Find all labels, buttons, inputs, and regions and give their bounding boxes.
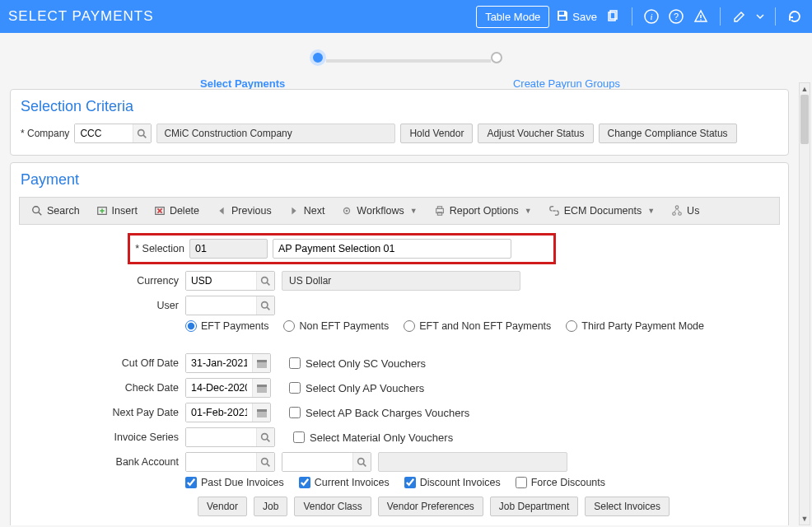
checkdate-field[interactable] xyxy=(186,379,252,397)
save-icon xyxy=(556,9,569,25)
invoice-series-lookup xyxy=(185,427,275,447)
edit-icon[interactable] xyxy=(730,7,749,26)
selection-label: Selection xyxy=(135,243,184,254)
search-icon[interactable] xyxy=(256,296,274,315)
svg-point-10 xyxy=(138,129,144,135)
selection-code-input[interactable] xyxy=(189,239,268,259)
tree-icon xyxy=(671,205,683,217)
arrow-right-icon xyxy=(288,205,300,217)
report-options-button[interactable]: Report Options▼ xyxy=(427,202,539,220)
previous-button[interactable]: Previous xyxy=(209,202,278,220)
step-dot-inactive[interactable] xyxy=(491,52,502,63)
check-discount[interactable]: Discount Invoices xyxy=(404,477,501,488)
radio-non-eft[interactable]: Non EFT Payments xyxy=(283,320,389,332)
scroll-thumb[interactable] xyxy=(800,95,809,144)
search-button[interactable]: Search xyxy=(25,202,86,220)
search-icon[interactable] xyxy=(256,272,274,290)
duplicate-icon[interactable] xyxy=(604,7,622,26)
page-title: SELECT PAYMENTS xyxy=(8,8,476,25)
adjust-voucher-button[interactable]: Adjust Voucher Status xyxy=(478,124,593,143)
svg-rect-35 xyxy=(257,360,267,362)
nextpay-field[interactable] xyxy=(186,403,252,422)
search-icon[interactable] xyxy=(352,453,371,471)
check-past-due[interactable]: Past Due Invoices xyxy=(185,477,284,488)
currency-lookup xyxy=(185,271,275,291)
invoice-series-input[interactable] xyxy=(186,428,256,446)
select-invoices-button[interactable]: Select Invoices xyxy=(585,497,670,516)
check-material-only[interactable]: Select Material Only Vouchers xyxy=(293,431,453,444)
vendor-prefs-button[interactable]: Vendor Preferences xyxy=(378,497,483,516)
payment-panel: Payment Search Insert Delete Previous Ne… xyxy=(10,162,789,525)
insert-button[interactable]: Insert xyxy=(90,202,144,220)
vendor-class-button[interactable]: Vendor Class xyxy=(294,497,371,516)
svg-text:i: i xyxy=(650,12,652,21)
svg-line-43 xyxy=(267,464,269,466)
search-icon[interactable] xyxy=(256,428,274,446)
user-input[interactable] xyxy=(186,296,256,315)
currency-label: Currency xyxy=(21,275,185,287)
user-ext-button[interactable]: Us xyxy=(665,202,706,220)
currency-code-input[interactable] xyxy=(186,272,256,290)
svg-point-32 xyxy=(262,301,268,307)
company-code-input[interactable] xyxy=(75,124,133,142)
svg-point-25 xyxy=(675,206,679,209)
svg-point-26 xyxy=(673,212,676,216)
refresh-icon[interactable] xyxy=(786,7,804,26)
currency-name-display: US Dollar xyxy=(282,271,520,291)
selection-desc-input[interactable] xyxy=(273,239,511,259)
selection-highlight: Selection xyxy=(128,233,556,264)
calendar-icon[interactable] xyxy=(252,354,270,372)
table-mode-button[interactable]: Table Mode xyxy=(476,6,549,28)
info-icon[interactable]: i xyxy=(642,7,660,26)
company-lookup xyxy=(74,124,152,143)
svg-text:?: ? xyxy=(674,12,679,21)
calendar-icon[interactable] xyxy=(252,379,270,397)
calendar-icon[interactable] xyxy=(252,403,270,422)
next-button[interactable]: Next xyxy=(282,202,332,220)
scroll-up-arrow[interactable]: ▲ xyxy=(800,83,810,95)
search-icon xyxy=(31,205,43,217)
cutoff-label: Cut Off Date xyxy=(21,357,185,369)
hold-vendor-button[interactable]: Hold Vendor xyxy=(400,124,473,143)
vertical-scrollbar[interactable]: ▲ ▼ xyxy=(799,82,810,525)
check-ap-vouchers[interactable]: Select Only AP Vouchers xyxy=(289,382,424,394)
chevron-down-icon: ▼ xyxy=(647,207,655,215)
bank-account-input-2[interactable] xyxy=(282,453,352,471)
chevron-down-icon[interactable] xyxy=(755,7,765,26)
divider xyxy=(720,7,721,26)
radio-third-party[interactable]: Third Party Payment Mode xyxy=(566,320,704,332)
svg-point-12 xyxy=(33,207,40,213)
scroll-down-arrow[interactable]: ▼ xyxy=(800,513,810,525)
radio-both[interactable]: EFT and Non EFT Payments xyxy=(404,320,551,332)
save-button[interactable]: Save xyxy=(556,9,597,25)
job-button[interactable]: Job xyxy=(254,497,287,516)
change-compliance-button[interactable]: Change Compliance Status xyxy=(599,124,737,143)
invoice-check-row: Past Due Invoices Current Invoices Disco… xyxy=(185,477,778,488)
step-dot-active[interactable] xyxy=(310,49,326,66)
vendor-button[interactable]: Vendor xyxy=(198,497,247,516)
check-current[interactable]: Current Invoices xyxy=(299,477,390,488)
search-icon[interactable] xyxy=(256,453,274,471)
step-connector xyxy=(326,59,491,63)
check-sc-vouchers[interactable]: Select Only SC Vouchers xyxy=(289,357,426,370)
delete-button[interactable]: Delete xyxy=(147,202,206,220)
ecm-documents-button[interactable]: ECM Documents▼ xyxy=(542,202,661,220)
svg-line-13 xyxy=(39,212,42,216)
bank-account-input-1[interactable] xyxy=(186,453,256,471)
workflows-button[interactable]: Workflows▼ xyxy=(334,202,423,220)
search-icon[interactable] xyxy=(133,124,151,142)
job-dept-button[interactable]: Job Department xyxy=(490,497,578,516)
nextpay-input xyxy=(185,403,271,422)
cutoff-date-field[interactable] xyxy=(186,354,252,372)
link-icon xyxy=(548,205,560,217)
company-label: Company xyxy=(21,128,69,139)
delete-icon xyxy=(154,205,166,217)
bank-account-label: Bank Account xyxy=(21,456,185,468)
svg-rect-0 xyxy=(559,12,564,15)
check-force-discounts[interactable]: Force Discounts xyxy=(516,477,605,488)
check-back-charges[interactable]: Select AP Back Charges Vouchers xyxy=(289,407,469,419)
help-icon[interactable]: ? xyxy=(667,7,685,26)
warning-icon[interactable] xyxy=(692,7,710,26)
svg-line-33 xyxy=(267,307,269,310)
radio-eft[interactable]: EFT Payments xyxy=(185,320,268,332)
